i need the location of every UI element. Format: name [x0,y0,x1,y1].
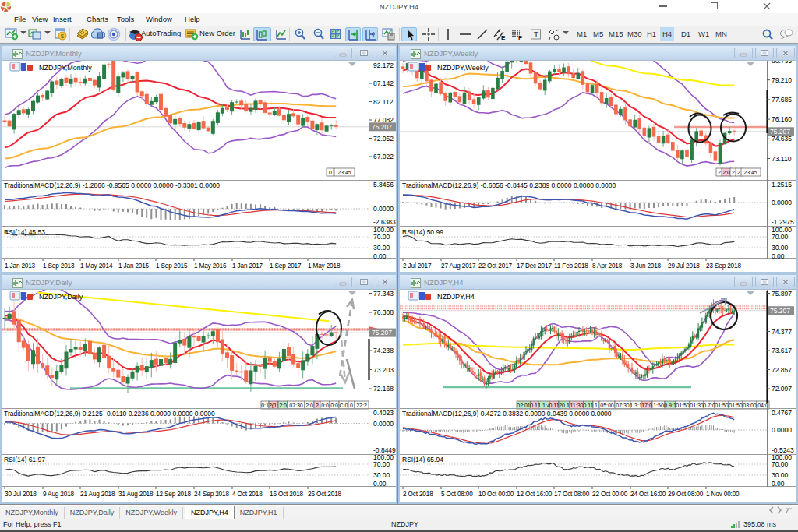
svg-text:73.110: 73.110 [772,155,792,163]
svg-text:01:50: 01:50 [729,403,743,408]
svg-text:1 3:1: 1 3:1 [630,403,642,408]
svg-text:72.097: 72.097 [772,385,792,393]
svg-text:23:45: 23:45 [337,170,351,175]
svg-text:0.0000: 0.0000 [373,420,394,428]
svg-text:70.00: 70.00 [772,460,789,468]
svg-text:NZDJPY,Daily: NZDJPY,Daily [39,293,83,301]
svg-text:2: 2 [737,170,740,175]
svg-text:RSI(14) 50.99: RSI(14) 50.99 [402,228,443,236]
svg-text:03:00: 03:00 [743,403,757,408]
svg-text:17:0: 17:0 [641,403,652,408]
svg-text:77.343: 77.343 [373,290,394,298]
svg-text:1 Jan 2017: 1 Jan 2017 [232,262,263,270]
svg-text:23:45: 23:45 [743,170,757,175]
svg-text:5 Oct 08:00: 5 Oct 08:00 [441,491,473,498]
svg-text:2:0: 2:0 [305,403,313,408]
svg-text:TraditionalMACD(12,26,9) 0.427: TraditionalMACD(12,26,9) 0.4272 0.3832 0… [402,410,612,417]
svg-text:1 Jan 2013: 1 Jan 2013 [5,262,36,270]
svg-text:29 Oct 08:00: 29 Oct 08:00 [668,491,704,498]
svg-text:12 Oct 16:00: 12 Oct 16:00 [517,491,553,498]
svg-text:77.685: 77.685 [772,96,792,104]
svg-text:70.00: 70.00 [373,233,390,241]
svg-text:07:30: 07:30 [289,403,303,408]
svg-text:RSI(14) 45.53: RSI(14) 45.53 [4,228,45,236]
svg-text:22 Oct 2017: 22 Oct 2017 [478,262,513,270]
svg-text:0.00: 0.00 [373,480,387,488]
svg-text:T: T [534,30,538,39]
svg-text:0 11: 0 11 [583,403,593,408]
svg-text:92.172: 92.172 [373,62,394,69]
svg-text:TraditionalMACD(12,26,9) 0.212: TraditionalMACD(12,26,9) 0.2125 -0.0110 … [4,410,215,417]
svg-text:01:50: 01:50 [715,403,729,408]
svg-text:0.0000: 0.0000 [772,426,792,434]
svg-text:2: 2 [718,170,721,175]
svg-text:RSI(14) 61.97: RSI(14) 61.97 [4,456,45,463]
svg-text:0:1: 0:1 [261,403,269,408]
svg-text:75.207: 75.207 [770,128,790,136]
svg-text:TraditionalMACD(12,26,9) -0.60: TraditionalMACD(12,26,9) -0.6056 -0.8445… [402,181,616,189]
svg-text:22 Oct 00:00: 22 Oct 00:00 [592,491,628,498]
svg-text:80.735: 80.735 [772,61,792,65]
svg-text:01:30: 01:30 [690,403,704,408]
svg-text:0.4023: 0.4023 [373,409,394,417]
svg-text:0:0: 0:0 [330,403,338,408]
svg-text:1 May 2014: 1 May 2014 [80,262,113,270]
svg-text:$: $ [61,33,65,40]
svg-text:RSI(14) 65.94: RSI(14) 65.94 [402,456,443,463]
svg-text:74.238: 74.238 [373,347,394,354]
svg-text:1.2515: 1.2515 [772,181,792,188]
svg-text:NZDJPY,Weekly: NZDJPY,Weekly [437,64,489,72]
svg-text:1:50: 1:50 [653,403,664,408]
svg-text:0: 0 [350,403,353,408]
svg-text:75.207: 75.207 [372,123,392,131]
svg-text:4 Oct 2018: 4 Oct 2018 [232,491,263,498]
svg-text:17 Dec 2017: 17 Dec 2017 [517,262,552,270]
svg-text:-2.6383: -2.6383 [373,218,396,226]
svg-text:E: E [501,34,506,41]
svg-text:0 11: 0 11 [549,403,559,408]
svg-text:24 Sep 2018: 24 Sep 2018 [194,491,229,498]
svg-text:07:30: 07:30 [616,403,630,408]
svg-text:0.00: 0.00 [373,252,387,260]
svg-text:2 Oct 2018: 2 Oct 2018 [403,491,433,498]
svg-text:01:50: 01:50 [676,403,690,408]
svg-text:1 Jan 2015: 1 Jan 2015 [118,262,150,270]
svg-text:30.00: 30.00 [373,471,390,479]
svg-text:72.168: 72.168 [373,385,394,393]
svg-text:27 Aug 2017: 27 Aug 2017 [441,262,476,270]
svg-text:30.00: 30.00 [772,244,789,252]
svg-text:0: 0 [329,170,332,175]
svg-text:1 Sep 2015: 1 Sep 2015 [156,262,188,270]
svg-text:24 Oct 16:00: 24 Oct 16:00 [630,491,666,498]
svg-text:02:01: 02:01 [517,403,531,408]
svg-text:1 Sep 2013: 1 Sep 2013 [43,262,75,270]
svg-text:31 Aug 2018: 31 Aug 2018 [118,491,154,498]
svg-text:12 Sep 2018: 12 Sep 2018 [156,491,191,498]
svg-text:23 Sep 2018: 23 Sep 2018 [706,262,741,270]
svg-text:2 Jul 2017: 2 Jul 2017 [403,262,432,270]
svg-text:22:2: 22:2 [356,403,367,408]
svg-text:1: 1 [595,403,598,408]
svg-text:30.00: 30.00 [772,471,789,479]
svg-text:0 7:0: 0 7:0 [703,403,715,408]
svg-text:73.203: 73.203 [373,366,394,374]
svg-text:9 Aug 2018: 9 Aug 2018 [43,491,75,498]
svg-text:26 Oct 2018: 26 Oct 2018 [308,491,342,498]
svg-text:0.0000: 0.0000 [373,205,394,213]
svg-text:0.00: 0.00 [772,480,785,488]
svg-text:NZDJPY,H4: NZDJPY,H4 [437,293,475,301]
svg-text:72.052: 72.052 [373,135,394,143]
svg-text:76.160: 76.160 [772,115,792,123]
svg-text:74.635: 74.635 [772,135,792,143]
svg-text:0.0000: 0.0000 [772,199,792,206]
svg-text:70.00: 70.00 [373,460,390,468]
svg-text:0.4767: 0.4767 [772,409,792,417]
svg-text:11 Feb 2018: 11 Feb 2018 [554,262,588,270]
svg-text:0:0: 0:0 [321,403,329,408]
svg-text:21 Aug 2018: 21 Aug 2018 [80,491,115,498]
svg-text:17 Oct 08:00: 17 Oct 08:00 [554,491,590,498]
svg-text:5.8456: 5.8456 [373,181,394,188]
svg-text:-1.2975: -1.2975 [772,218,794,226]
svg-text:75.897: 75.897 [772,290,792,298]
svg-text:67.022: 67.022 [373,153,394,160]
